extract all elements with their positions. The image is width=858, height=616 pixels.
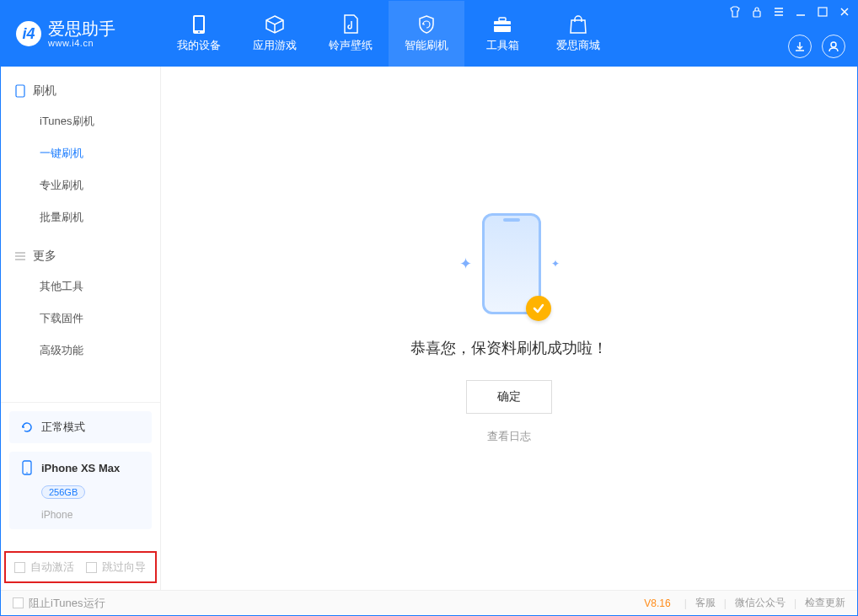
nav-tab-label: 铃声壁纸	[329, 38, 373, 53]
menu-icon[interactable]	[771, 4, 786, 19]
sidebar-item-oneclick-flash[interactable]: 一键刷机	[1, 137, 160, 169]
sidebar-item-pro-flash[interactable]: 专业刷机	[1, 169, 160, 201]
device-card[interactable]: iPhone XS Max 256GB iPhone	[9, 452, 152, 529]
nav-tab-apps[interactable]: 应用游戏	[237, 1, 313, 67]
footer-link-wechat[interactable]: 微信公众号	[735, 596, 786, 610]
svg-point-8	[831, 42, 836, 47]
app-header: i4 爱思助手 www.i4.cn 我的设备 应用游戏 铃声壁纸 智能刷机	[1, 1, 857, 67]
success-illustration: ✦ ✦	[459, 213, 560, 314]
lock-icon[interactable]	[749, 4, 764, 19]
sidebar-group-label: 刷机	[33, 83, 56, 99]
device-mode-card[interactable]: 正常模式	[9, 411, 152, 443]
nav-tab-label: 我的设备	[177, 38, 221, 53]
device-mode-label: 正常模式	[41, 420, 85, 435]
view-log-link[interactable]: 查看日志	[487, 429, 531, 444]
cube-icon	[265, 14, 285, 35]
nav-tab-device[interactable]: 我的设备	[161, 1, 237, 67]
sidebar-item-advanced[interactable]: 高级功能	[1, 335, 160, 367]
logo-area: i4 爱思助手 www.i4.cn	[1, 1, 161, 67]
checkbox-skip-guide[interactable]: 跳过向导	[86, 560, 146, 575]
sidebar-item-download-firmware[interactable]: 下载固件	[1, 303, 160, 335]
nav-tab-toolbox[interactable]: 工具箱	[464, 1, 540, 67]
svg-rect-4	[499, 18, 506, 21]
nav-tab-ringtones[interactable]: 铃声壁纸	[313, 1, 389, 67]
device-icon	[189, 14, 209, 35]
app-url: www.i4.cn	[48, 38, 115, 48]
checkmark-badge-icon	[526, 296, 551, 321]
svg-point-2	[198, 31, 200, 33]
checkbox-box-icon	[86, 562, 97, 573]
nav-tab-store[interactable]: 爱思商城	[540, 1, 616, 67]
phone-small-icon	[13, 83, 28, 99]
checkbox-box-icon	[13, 597, 24, 608]
toolbox-icon	[492, 14, 512, 35]
download-button[interactable]	[788, 35, 812, 58]
checkbox-box-icon	[14, 562, 25, 573]
close-button[interactable]	[837, 4, 852, 19]
checkbox-label: 跳过向导	[102, 560, 146, 575]
nav-tabs: 我的设备 应用游戏 铃声壁纸 智能刷机 工具箱 爱思商城	[161, 1, 616, 67]
footer-link-support[interactable]: 客服	[695, 596, 716, 610]
checkbox-auto-activate[interactable]: 自动激活	[14, 560, 74, 575]
svg-rect-5	[494, 24, 511, 26]
logo-text: 爱思助手 www.i4.cn	[48, 19, 115, 48]
sparkle-icon: ✦	[551, 258, 560, 270]
header-actions	[788, 35, 845, 58]
svg-rect-1	[195, 17, 203, 30]
device-type: iPhone	[19, 509, 142, 521]
tshirt-icon[interactable]	[727, 4, 743, 19]
highlighted-options: 自动激活 跳过向导	[4, 551, 157, 583]
nav-tab-label: 智能刷机	[405, 38, 448, 53]
app-title: 爱思助手	[48, 19, 115, 38]
sidebar-devices: 正常模式 iPhone XS Max 256GB iPhone	[1, 402, 160, 546]
sidebar-item-other-tools[interactable]: 其他工具	[1, 271, 160, 303]
sidebar: 刷机 iTunes刷机 一键刷机 专业刷机 批量刷机 更多 其他工具 下载固件 …	[1, 67, 161, 590]
svg-rect-7	[818, 8, 827, 16]
shield-refresh-icon	[416, 14, 437, 35]
nav-tab-label: 工具箱	[486, 38, 519, 53]
list-icon	[13, 249, 28, 264]
music-file-icon	[341, 14, 361, 35]
footer-right: V8.16 | 客服 | 微信公众号 | 检查更新	[644, 596, 845, 610]
device-capacity: 256GB	[41, 485, 85, 499]
phone-icon	[19, 460, 35, 475]
maximize-button[interactable]	[815, 4, 830, 19]
minimize-button[interactable]	[793, 4, 808, 19]
sidebar-item-batch-flash[interactable]: 批量刷机	[1, 201, 160, 233]
version-label: V8.16	[644, 597, 670, 609]
refresh-icon	[19, 420, 35, 435]
nav-tab-flash[interactable]: 智能刷机	[389, 1, 464, 67]
checkbox-label: 阻止iTunes运行	[29, 596, 105, 611]
svg-rect-3	[494, 21, 511, 32]
svg-rect-9	[16, 85, 24, 97]
app-body: 刷机 iTunes刷机 一键刷机 专业刷机 批量刷机 更多 其他工具 下载固件 …	[1, 67, 857, 590]
footer-link-update[interactable]: 检查更新	[805, 596, 845, 610]
checkbox-block-itunes[interactable]: 阻止iTunes运行	[13, 596, 105, 611]
window-controls	[727, 4, 852, 19]
svg-rect-6	[753, 11, 760, 17]
ok-button[interactable]: 确定	[466, 380, 552, 414]
user-button[interactable]	[822, 35, 845, 58]
bag-icon	[568, 14, 588, 35]
sidebar-group-more: 更多	[1, 242, 160, 271]
svg-point-11	[26, 472, 28, 474]
sidebar-item-itunes-flash[interactable]: iTunes刷机	[1, 105, 160, 137]
logo-icon: i4	[16, 21, 41, 46]
sidebar-scroll: 刷机 iTunes刷机 一键刷机 专业刷机 批量刷机 更多 其他工具 下载固件 …	[1, 67, 160, 402]
status-bar: 阻止iTunes运行 V8.16 | 客服 | 微信公众号 | 检查更新	[1, 590, 857, 615]
nav-tab-label: 应用游戏	[253, 38, 297, 53]
sidebar-group-flash: 刷机	[1, 77, 160, 105]
checkbox-label: 自动激活	[30, 560, 74, 575]
sparkle-icon: ✦	[459, 254, 472, 273]
device-name: iPhone XS Max	[41, 462, 120, 474]
app-window: i4 爱思助手 www.i4.cn 我的设备 应用游戏 铃声壁纸 智能刷机	[0, 0, 858, 616]
phone-success-icon	[482, 213, 541, 314]
nav-tab-label: 爱思商城	[556, 38, 600, 53]
success-message: 恭喜您，保资料刷机成功啦！	[410, 338, 608, 358]
main-panel: ✦ ✦ 恭喜您，保资料刷机成功啦！ 确定 查看日志	[161, 67, 857, 590]
sidebar-group-label: 更多	[33, 249, 56, 264]
